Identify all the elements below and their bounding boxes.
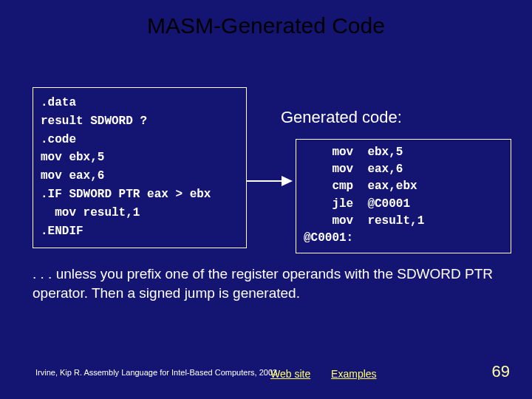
body-paragraph: . . . unless you prefix one of the regis… — [33, 265, 498, 302]
generated-code-label: Generated code: — [281, 108, 402, 127]
arrow-right-icon — [245, 170, 293, 192]
examples-link[interactable]: Examples — [331, 368, 376, 380]
source-code-box: .data result SDWORD ? .code mov ebx,5 mo… — [33, 87, 247, 248]
svg-marker-1 — [282, 176, 293, 186]
footer-citation: Irvine, Kip R. Assembly Language for Int… — [35, 368, 279, 377]
slide-title: MASM-Generated Code — [0, 13, 532, 38]
footer-links: Web site Examples — [270, 368, 395, 380]
page-number: 69 — [492, 362, 510, 381]
generated-code-box: mov ebx,5 mov eax,6 cmp eax,ebx jle @C00… — [296, 139, 511, 253]
slide: MASM-Generated Code .data result SDWORD … — [0, 0, 532, 399]
website-link[interactable]: Web site — [270, 368, 310, 380]
